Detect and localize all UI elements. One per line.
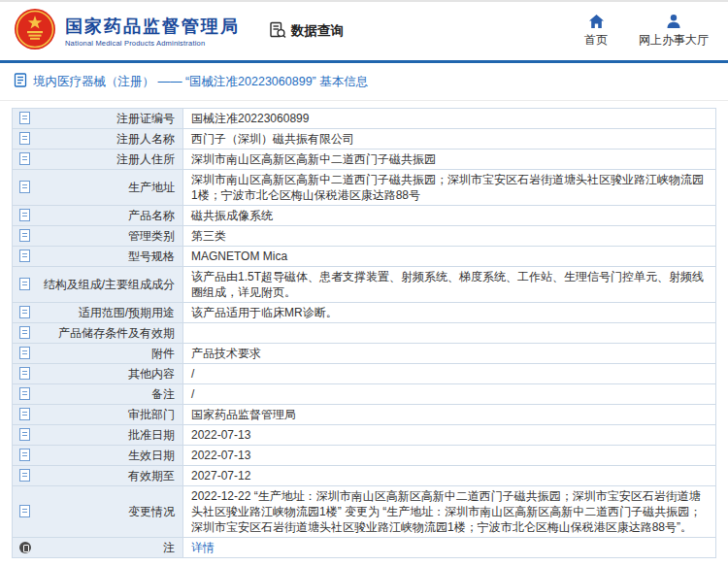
national-emblem-logo [14, 8, 56, 54]
field-label: 注册证编号 [116, 112, 175, 125]
field-label-cell: 适用范围/预期用途 [13, 303, 183, 323]
note-value-cell: 详情 [183, 538, 716, 558]
field-label: 审批部门 [128, 408, 175, 421]
field-label: 生效日期 [128, 449, 175, 462]
field-value: 产品技术要求 [183, 344, 716, 364]
form-field-icon [19, 278, 30, 290]
agency-name-en: National Medical Products Administration [65, 39, 240, 48]
field-value: / [183, 384, 716, 405]
field-value: 2027-07-12 [183, 466, 716, 486]
form-field-icon [19, 505, 30, 517]
brand[interactable]: 国家药品监督管理局 National Medical Products Admi… [14, 8, 240, 54]
field-label-cell: 其他内容 [13, 364, 183, 384]
field-label: 有效期至 [128, 469, 175, 483]
field-label: 结构及组成/主要组成成分 [44, 278, 175, 291]
table-row: 备注 / [13, 384, 716, 405]
table-row: 结构及组成/主要组成成分 该产品由1.5T超导磁体、患者支撑装置、射频系统、梯度… [13, 267, 716, 303]
field-value: 西门子（深圳）磁共振有限公司 [183, 129, 716, 150]
field-value: 该产品适用于临床MR诊断。 [183, 303, 716, 323]
field-value: 深圳市南山区高新区高新中二道西门子磁共振园 [183, 150, 716, 170]
field-label-cell: 生效日期 [13, 446, 183, 466]
table-row: 审批部门 国家药品监督管理局 [13, 405, 716, 425]
field-label: 变更情况 [128, 505, 175, 518]
table-row: 生产地址 深圳市南山区高新区高新中二道西门子磁共振园；深圳市宝安区石岩街道塘头社… [13, 170, 716, 206]
note-label: 注 [163, 541, 175, 554]
top-nav: 首页 网上办事大厅 [584, 14, 709, 49]
form-field-icon [19, 347, 30, 359]
form-field-icon [19, 132, 30, 145]
field-label-cell: 注册证编号 [13, 109, 183, 129]
field-value: 2022-07-13 [183, 446, 716, 466]
table-row: 适用范围/预期用途 该产品适用于临床MR诊断。 [13, 303, 716, 323]
note-label-cell: 注 [13, 538, 183, 558]
field-label: 型号规格 [128, 250, 175, 263]
form-field-icon [19, 387, 30, 400]
table-row: 注册证编号 国械注准20223060899 [13, 109, 716, 129]
form-field-icon [19, 469, 30, 482]
field-label-cell: 生产地址 [13, 170, 183, 206]
nav-home[interactable]: 首页 [584, 14, 608, 49]
field-label-cell: 型号规格 [13, 247, 183, 267]
form-field-icon [19, 152, 30, 165]
field-label: 注册人名称 [116, 132, 175, 146]
table-row: 型号规格 MAGNETOM Mica [13, 247, 716, 267]
home-icon [588, 14, 605, 29]
form-field-icon [19, 408, 30, 420]
form-field-icon [19, 112, 30, 124]
table-row: 有效期至 2027-07-12 [13, 466, 716, 486]
form-field-icon [19, 449, 30, 461]
field-label-cell: 管理类别 [13, 226, 183, 247]
document-search-icon [269, 21, 286, 42]
field-value: 2022-07-13 [183, 425, 716, 446]
field-label: 备注 [151, 387, 175, 401]
note-icon [19, 542, 31, 553]
field-label: 管理类别 [128, 229, 175, 243]
field-label: 适用范围/预期用途 [79, 306, 175, 319]
registration-info-table: 注册证编号 国械注准20223060899 注册人名称 西门子（深圳）磁共振有限… [12, 108, 716, 558]
user-icon [666, 14, 681, 29]
field-value: 国械注准20223060899 [183, 109, 716, 129]
nav-online-hall[interactable]: 网上办事大厅 [639, 14, 709, 49]
form-field-icon [19, 229, 30, 242]
field-label: 其他内容 [128, 367, 175, 381]
field-value: / [183, 364, 716, 384]
table-row: 变更情况 2022-12-22 “生产地址：深圳市南山区高新区高新中二道西门子磁… [13, 486, 716, 538]
field-label-cell: 变更情况 [13, 486, 183, 538]
field-value: 磁共振成像系统 [183, 206, 716, 226]
form-field-icon [19, 250, 30, 262]
field-label: 产品储存条件及有效期 [58, 326, 175, 340]
field-label-cell: 产品储存条件及有效期 [13, 323, 183, 344]
table-row: 注册人住所 深圳市南山区高新区高新中二道西门子磁共振园 [13, 150, 716, 170]
data-query-link[interactable]: 数据查询 [269, 21, 344, 42]
field-label-cell: 结构及组成/主要组成成分 [13, 267, 183, 303]
form-field-icon [19, 367, 30, 380]
form-field-icon [19, 181, 30, 193]
agency-name-cn: 国家药品监督管理局 [65, 16, 240, 37]
detail-link[interactable]: 详情 [191, 541, 215, 554]
form-field-icon [19, 306, 30, 318]
field-label-cell: 有效期至 [13, 466, 183, 486]
nav-online-hall-label: 网上办事大厅 [639, 32, 709, 49]
table-row: 批准日期 2022-07-13 [13, 425, 716, 446]
table-row: 附件 产品技术要求 [13, 344, 716, 364]
field-label-cell: 附件 [13, 344, 183, 364]
form-field-icon [19, 209, 30, 221]
form-field-icon [19, 326, 30, 339]
form-field-icon [19, 428, 30, 441]
field-value: 该产品由1.5T超导磁体、患者支撑装置、射频系统、梯度系统、工作站、生理信号门控… [183, 267, 716, 303]
table-row: 注册人名称 西门子（深圳）磁共振有限公司 [13, 129, 716, 150]
field-value: 第三类 [183, 226, 716, 247]
table-row: 其他内容 / [13, 364, 716, 384]
field-value: MAGNETOM Mica [183, 247, 716, 267]
field-value: 国家药品监督管理局 [183, 405, 716, 425]
nav-home-label: 首页 [584, 32, 608, 49]
field-label: 生产地址 [128, 181, 175, 194]
page-title-bar: 境内医疗器械（注册） —— “国械注准20223060899” 基本信息 [0, 63, 728, 101]
field-value: 2022-12-22 “生产地址：深圳市南山区高新区高新中二道西门子磁共振园；深… [183, 486, 716, 538]
field-label: 批准日期 [128, 428, 175, 442]
data-query-label: 数据查询 [291, 22, 344, 40]
field-label: 产品名称 [128, 209, 175, 222]
site-header: 国家药品监督管理局 National Medical Products Admi… [0, 2, 728, 60]
table-row: 产品储存条件及有效期 [13, 323, 716, 344]
document-icon [14, 73, 27, 91]
